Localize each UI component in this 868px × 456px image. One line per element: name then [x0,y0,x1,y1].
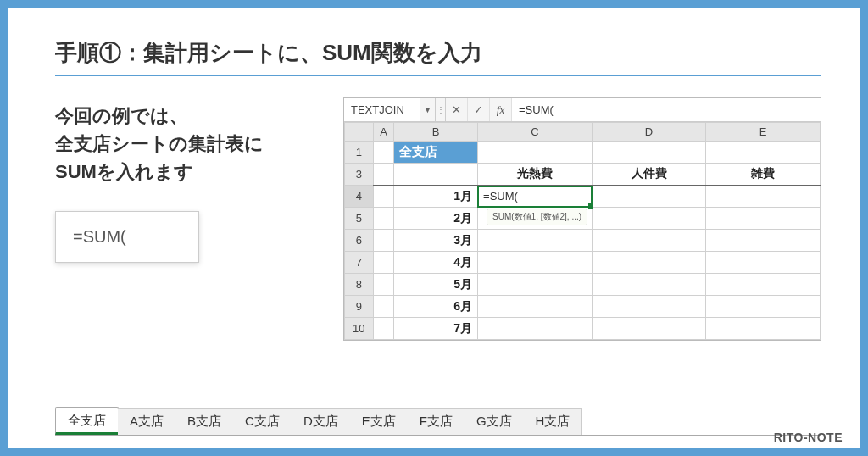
col-header[interactable]: D [592,123,706,142]
excel-window: TEXTJOIN ▼ ⋮ ✕ ✓ fx =SUM( [343,97,821,341]
function-tooltip: SUM(数値1, [数値2], ...) [487,209,587,225]
cell[interactable] [706,230,821,252]
name-box[interactable]: TEXTJOIN [344,98,420,121]
sheet-tab-bar: 全支店A支店B支店C支店D支店E支店F支店G支店H支店 [55,407,821,436]
col-header[interactable]: B [394,123,478,142]
cell[interactable] [478,252,593,274]
name-box-expand-icon[interactable]: ⋮ [436,98,446,121]
col-header[interactable]: A [373,123,394,142]
description: 今回の例では、 全支店シートの集計表に SUMを入れます [55,102,318,186]
cell[interactable] [592,142,706,164]
row-header[interactable]: 10 [345,318,374,340]
cell[interactable] [706,252,821,274]
row-header[interactable]: 9 [345,296,374,318]
cell[interactable] [478,274,593,296]
cell-col-header[interactable]: 雑費 [706,164,821,186]
cell[interactable] [373,296,394,318]
sheet-tab[interactable]: E支店 [350,408,409,435]
cell[interactable] [592,208,706,230]
cell[interactable] [706,318,821,340]
cancel-button[interactable]: ✕ [446,98,468,121]
row-header[interactable]: 8 [345,274,374,296]
sheet-tab[interactable]: D支店 [292,408,351,435]
cell-sheet-title[interactable]: 全支店 [394,142,478,164]
cell[interactable] [478,296,593,318]
cell[interactable] [592,296,706,318]
sheet-tab[interactable]: 全支店 [55,407,119,435]
cell-month[interactable]: 2月 [394,208,478,230]
cell[interactable] [706,274,821,296]
cell[interactable] [706,208,821,230]
cell[interactable] [373,230,394,252]
name-box-dropdown-icon[interactable]: ▼ [420,98,436,121]
row-header[interactable]: 5 [345,208,374,230]
sheet-tab[interactable]: G支店 [465,408,525,435]
cell-col-header[interactable]: 人件費 [592,164,706,186]
sheet-tab[interactable]: B支店 [175,408,234,435]
row-header[interactable]: 3 [345,164,374,186]
cell[interactable] [478,142,593,164]
cell[interactable] [373,186,394,208]
spreadsheet-grid[interactable]: A B C D E 1 全支店 [344,122,821,340]
sheet-tab[interactable]: F支店 [408,408,465,435]
cell[interactable] [478,318,593,340]
cell[interactable] [592,318,706,340]
cell[interactable] [706,296,821,318]
cell[interactable] [592,230,706,252]
cell[interactable] [478,230,593,252]
enter-button[interactable]: ✓ [468,98,490,121]
cell[interactable] [592,274,706,296]
cell[interactable] [373,274,394,296]
cell[interactable] [373,208,394,230]
select-all-corner[interactable] [345,123,374,142]
cell[interactable] [706,186,821,208]
cell[interactable] [706,142,821,164]
formula-bar: TEXTJOIN ▼ ⋮ ✕ ✓ fx =SUM( [344,98,821,122]
cell-month[interactable]: 4月 [394,252,478,274]
cell[interactable] [373,164,394,186]
row-header[interactable]: 7 [345,252,374,274]
active-cell[interactable]: =SUM( SUM(数値1, [数値2], ...) [478,186,593,208]
col-header[interactable]: C [478,123,593,142]
sheet-tab[interactable]: H支店 [524,408,583,435]
cell[interactable] [373,318,394,340]
row-header[interactable]: 4 [345,186,374,208]
cell[interactable] [592,252,706,274]
sheet-tab[interactable]: A支店 [118,408,176,435]
col-header[interactable]: E [706,123,821,142]
formula-input[interactable]: =SUM( [512,98,821,121]
cell[interactable] [394,164,478,186]
cell-month[interactable]: 5月 [394,274,478,296]
formula-callout: =SUM( [55,211,199,263]
sheet-tab[interactable]: C支店 [233,408,292,435]
watermark: RITO-NOTE [774,431,843,444]
row-header[interactable]: 1 [345,142,374,164]
cell[interactable] [373,142,394,164]
cell-month[interactable]: 7月 [394,318,478,340]
cell[interactable] [373,252,394,274]
row-header[interactable]: 6 [345,230,374,252]
cell-col-header[interactable]: 光熱費 [478,164,593,186]
fx-icon[interactable]: fx [490,98,512,121]
cell-month[interactable]: 1月 [394,186,478,208]
cell[interactable] [592,186,706,208]
cell-month[interactable]: 6月 [394,296,478,318]
step-heading: 手順①：集計用シートに、SUM関数を入力 [55,38,821,76]
cell-month[interactable]: 3月 [394,230,478,252]
